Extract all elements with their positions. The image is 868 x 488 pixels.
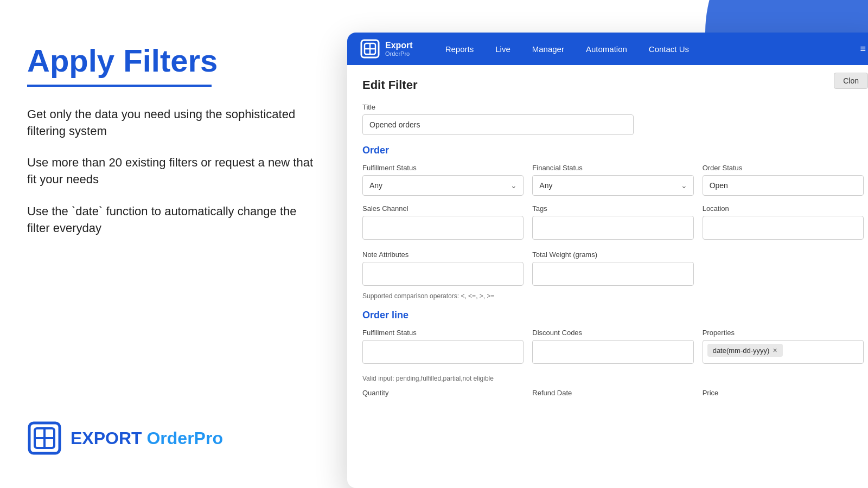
app-navbar: Export OrderPro Reports Live Manager Aut…: [347, 33, 868, 65]
right-panel: Export OrderPro Reports Live Manager Aut…: [347, 33, 868, 488]
comparison-helper: Supported comparison operators: <, <=, >…: [362, 292, 864, 300]
location-input[interactable]: [703, 216, 864, 240]
sales-channel-label: Sales Channel: [362, 204, 524, 213]
spacer-group: [703, 251, 864, 288]
order-line-section-title: Order line: [362, 310, 864, 321]
order-status-group: Order Status: [703, 164, 864, 196]
properties-chip-text: date(mm-dd-yyyy): [713, 346, 770, 355]
tags-label: Tags: [532, 204, 693, 213]
properties-group: Properties date(mm-dd-yyyy) ×: [703, 329, 864, 366]
discount-codes-label: Discount Codes: [532, 329, 693, 337]
valid-input-helper: Valid input: pending,fulfilled,partial,n…: [362, 375, 864, 382]
edit-filter-title: Edit Filter: [362, 78, 864, 92]
nav-brand-text: Export OrderPro: [385, 41, 413, 57]
logo-icon: [27, 421, 62, 455]
financial-status-wrapper: Any ⌄: [532, 175, 693, 196]
fulfillment-status-select[interactable]: Any: [362, 175, 524, 196]
financial-status-group: Financial Status Any ⌄: [532, 164, 693, 196]
properties-chip-remove[interactable]: ×: [773, 346, 777, 355]
order-section-title: Order: [362, 145, 864, 156]
tags-group: Tags: [532, 204, 693, 242]
financial-status-label: Financial Status: [532, 164, 693, 172]
refund-date-label: Refund Date: [532, 389, 693, 397]
sales-channel-group: Sales Channel: [362, 204, 524, 242]
financial-status-select[interactable]: Any: [532, 175, 693, 196]
feature-text-2: Use more than 20 existing filters or req…: [27, 155, 320, 188]
title-field-group: Title: [362, 103, 864, 135]
quantity-label: Quantity: [362, 389, 524, 397]
clone-button[interactable]: Clon: [834, 73, 868, 89]
order-row-3: Note Attributes Total Weight (grams): [362, 251, 864, 288]
main-title: Apply Filters: [27, 43, 320, 78]
nav-link-live[interactable]: Live: [495, 44, 510, 54]
logo-text: EXPORT OrderPro: [71, 428, 223, 448]
properties-field[interactable]: date(mm-dd-yyyy) ×: [703, 340, 864, 364]
sales-channel-input[interactable]: [362, 216, 524, 240]
feature-text-1: Get only the data you need using the sop…: [27, 106, 320, 140]
location-label: Location: [703, 204, 864, 213]
note-attributes-group: Note Attributes: [362, 251, 524, 288]
nav-brand-export: Export: [385, 41, 413, 50]
ol-fulfillment-status-label: Fulfillment Status: [362, 329, 524, 337]
logo-export: EXPORT: [71, 428, 142, 448]
title-underline: [27, 85, 212, 87]
quantity-group: Quantity: [362, 389, 524, 400]
nav-link-contact[interactable]: Contact Us: [649, 44, 689, 54]
title-input[interactable]: [362, 114, 634, 135]
nav-link-automation[interactable]: Automation: [586, 44, 627, 54]
title-label: Title: [362, 103, 864, 111]
app-content: Clon Edit Filter Title Order Fulfillment…: [347, 65, 868, 488]
location-group: Location: [703, 204, 864, 242]
order-status-input[interactable]: [703, 175, 864, 196]
ol-fulfillment-status-group: Fulfillment Status: [362, 329, 524, 366]
order-row-2: Sales Channel Tags Location: [362, 204, 864, 242]
total-weight-group: Total Weight (grams): [532, 251, 693, 288]
order-status-label: Order Status: [703, 164, 864, 172]
app-window: Export OrderPro Reports Live Manager Aut…: [347, 33, 868, 488]
nav-link-manager[interactable]: Manager: [532, 44, 564, 54]
tags-input[interactable]: [532, 216, 693, 240]
total-weight-input[interactable]: [532, 262, 693, 286]
price-group: Price: [703, 389, 864, 400]
total-weight-label: Total Weight (grams): [532, 251, 693, 259]
properties-chip: date(mm-dd-yyyy) ×: [707, 344, 783, 357]
order-line-row-1: Fulfillment Status Discount Codes Proper…: [362, 329, 864, 366]
discount-codes-group: Discount Codes: [532, 329, 693, 366]
fulfillment-status-group: Fulfillment Status Any ⌄: [362, 164, 524, 196]
nav-menu-icon[interactable]: ≡: [860, 43, 866, 55]
note-attributes-label: Note Attributes: [362, 251, 524, 259]
logo-area: EXPORT OrderPro: [27, 421, 320, 455]
feature-text-3: Use the `date` function to automatically…: [27, 203, 320, 237]
order-row-1: Fulfillment Status Any ⌄ Financial Statu…: [362, 164, 864, 196]
ol-fulfillment-status-input[interactable]: [362, 340, 524, 364]
discount-codes-input[interactable]: [532, 340, 693, 364]
left-panel: Apply Filters Get only the data you need…: [0, 0, 347, 488]
nav-brand-orderpro: OrderPro: [385, 50, 413, 57]
logo-orderpro: OrderPro: [146, 428, 222, 448]
nav-brand-icon: [360, 39, 380, 59]
fulfillment-status-wrapper: Any ⌄: [362, 175, 524, 196]
nav-brand: Export OrderPro: [360, 39, 413, 59]
properties-label: Properties: [703, 329, 864, 337]
price-label: Price: [703, 389, 864, 397]
nav-links: Reports Live Manager Automation Contact …: [445, 44, 860, 54]
note-attributes-input[interactable]: [362, 262, 524, 286]
fulfillment-status-label: Fulfillment Status: [362, 164, 524, 172]
order-line-row-2: Quantity Refund Date Price: [362, 389, 864, 400]
nav-link-reports[interactable]: Reports: [445, 44, 474, 54]
refund-date-group: Refund Date: [532, 389, 693, 400]
